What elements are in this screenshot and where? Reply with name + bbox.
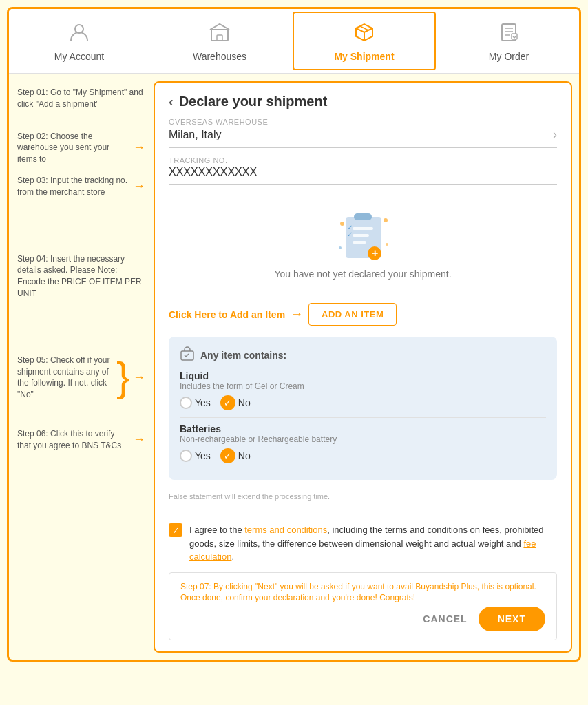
step04-block: Step 04: Insert the necessary details as… <box>17 253 145 299</box>
liquid-yes-option[interactable]: Yes <box>180 397 211 409</box>
page-header: ‹ Declare your shipment <box>169 94 557 109</box>
liquid-no-check[interactable]: ✓ <box>220 395 235 410</box>
liquid-block: Liquid Includes the form of Gel or Cream… <box>180 370 546 410</box>
liquid-no-option[interactable]: ✓ No <box>220 395 251 410</box>
content-panel: ‹ Declare your shipment OVERSEAS WAREHOU… <box>154 81 572 653</box>
step04-text: Step 04: Insert the necessary details as… <box>17 253 145 299</box>
add-item-hint-row: Click Here to Add an Item → ADD AN ITEM <box>169 303 557 326</box>
step02-block: Step 02: Choose the warehouse you sent y… <box>17 131 145 165</box>
tnc-text1: I agree to the <box>189 525 244 535</box>
svg-point-16 <box>386 243 388 246</box>
order-icon <box>498 21 520 48</box>
false-statement-text: False statement will extend the processi… <box>169 492 557 501</box>
nav-warehouses[interactable]: Warehouses <box>149 9 290 73</box>
warehouse-field[interactable]: OVERSEAS WAREHOUSE Milan, Italy › <box>169 118 557 148</box>
step05-block: Step 05: Check off if your shipment cont… <box>17 355 145 401</box>
cancel-button[interactable]: CANCEL <box>423 613 467 624</box>
step06-text: Step 06: Click this to verify that you a… <box>17 428 130 452</box>
svg-rect-9 <box>353 241 366 244</box>
svg-point-14 <box>340 222 344 226</box>
arrow-step02: → <box>133 139 145 156</box>
step02-text: Step 02: Choose the warehouse you sent y… <box>17 131 130 165</box>
nav-warehouses-label: Warehouses <box>193 51 246 62</box>
batteries-no-option[interactable]: ✓ No <box>220 448 251 463</box>
nav-my-shipment[interactable]: My Shipment <box>293 12 436 70</box>
liquid-radio-row: Yes ✓ No <box>180 395 546 410</box>
empty-state-text: You have not yet declared your shipment. <box>274 269 451 280</box>
tracking-value: XXXXXXXXXXXX <box>169 166 257 178</box>
shipment-icon <box>353 21 375 48</box>
main-body: Step 01: Go to "My Shipment" and click "… <box>9 74 579 660</box>
step07-text: Step 07: By clicking "Next" you will be … <box>180 581 545 604</box>
step01-text: Step 01: Go to "My Shipment" and click "… <box>17 87 145 110</box>
step03-text: Step 03: Input the tracking no. from the… <box>17 175 130 198</box>
tnc-text3: . <box>231 551 234 562</box>
sidebar: Step 01: Go to "My Shipment" and click "… <box>9 81 154 653</box>
tnc-checkbox[interactable]: ✓ <box>169 523 182 537</box>
nav-my-account[interactable]: My Account <box>9 9 149 73</box>
liquid-no-label: No <box>238 397 251 408</box>
empty-state: ✓ ✓ + You have not yet declared your shi… <box>169 193 557 295</box>
nav-order-label: My Order <box>489 51 529 62</box>
outer-container: My Account Warehouses My Sh <box>7 7 581 662</box>
liquid-yes-label: Yes <box>195 397 211 408</box>
batteries-yes-option[interactable]: Yes <box>180 450 211 462</box>
batteries-label: Batteries <box>180 423 546 434</box>
tnc-row: ✓ I agree to the terms and conditions, i… <box>169 523 557 564</box>
items-contains-header: Any item contains: <box>180 346 546 364</box>
liquid-desc: Includes the form of Gel or Cream <box>180 381 546 391</box>
liquid-yes-radio[interactable] <box>180 397 192 409</box>
svg-point-15 <box>384 218 388 222</box>
svg-text:+: + <box>372 247 378 259</box>
warehouse-icon <box>209 21 231 48</box>
warehouse-value: Milan, Italy <box>169 129 221 141</box>
batteries-yes-radio[interactable] <box>180 450 192 462</box>
step03-block: Step 03: Input the tracking no. from the… <box>17 175 145 198</box>
divider-liquid-batteries <box>180 417 546 418</box>
svg-rect-8 <box>353 234 369 237</box>
arrow-add-item: → <box>291 307 303 322</box>
step06-block: Step 06: Click this to verify that you a… <box>17 428 145 452</box>
step01-block: Step 01: Go to "My Shipment" and click "… <box>17 87 145 110</box>
contains-header-text: Any item contains: <box>200 350 286 361</box>
nav-shipment-label: My Shipment <box>334 51 394 62</box>
bracket-icon: } <box>116 357 130 398</box>
clipboard-illustration: ✓ ✓ + <box>332 207 394 269</box>
tnc-link1[interactable]: terms and conditions <box>244 525 327 535</box>
add-item-button[interactable]: ADD AN ITEM <box>308 303 397 326</box>
liquid-label: Liquid <box>180 370 546 381</box>
back-arrow[interactable]: ‹ <box>169 94 174 109</box>
warehouse-label: OVERSEAS WAREHOUSE <box>169 118 557 126</box>
tracking-label: TRACKING NO. <box>169 156 557 165</box>
svg-point-17 <box>339 246 342 249</box>
box-icon <box>180 346 195 364</box>
arrow-step06: → <box>133 431 145 448</box>
arrow-step05: → <box>133 369 145 386</box>
arrow-step03: → <box>133 178 145 195</box>
top-nav: My Account Warehouses My Sh <box>9 9 579 74</box>
nav-my-order[interactable]: My Order <box>439 9 579 73</box>
svg-text:✓: ✓ <box>347 231 353 238</box>
batteries-block: Batteries Non-rechargeable or Rechargeab… <box>180 423 546 463</box>
batteries-no-check[interactable]: ✓ <box>220 448 235 463</box>
items-contains-box: Any item contains: Liquid Includes the f… <box>169 337 557 480</box>
chevron-right-icon: › <box>553 127 557 142</box>
next-button[interactable]: NEXT <box>479 607 545 631</box>
batteries-no-label: No <box>238 450 251 461</box>
batteries-radio-row: Yes ✓ No <box>180 448 546 463</box>
account-icon <box>68 21 90 48</box>
bottom-action-row: CANCEL NEXT <box>180 607 545 631</box>
svg-rect-2 <box>217 35 222 41</box>
nav-account-label: My Account <box>54 51 104 62</box>
bottom-section: Step 07: By clicking "Next" you will be … <box>169 572 557 641</box>
svg-rect-6 <box>354 213 372 220</box>
add-item-hint-text: Click Here to Add an Item <box>169 309 285 320</box>
batteries-desc: Non-rechargeable or Rechargeable battery <box>180 434 546 444</box>
tnc-text: I agree to the terms and conditions, inc… <box>189 523 557 564</box>
divider-tnc <box>169 512 557 512</box>
step05-text: Step 05: Check off if your shipment cont… <box>17 355 114 401</box>
page-title: Declare your shipment <box>179 94 328 109</box>
batteries-yes-label: Yes <box>195 450 211 461</box>
svg-rect-7 <box>353 227 373 230</box>
tracking-field[interactable]: TRACKING NO. XXXXXXXXXXXX <box>169 156 557 185</box>
